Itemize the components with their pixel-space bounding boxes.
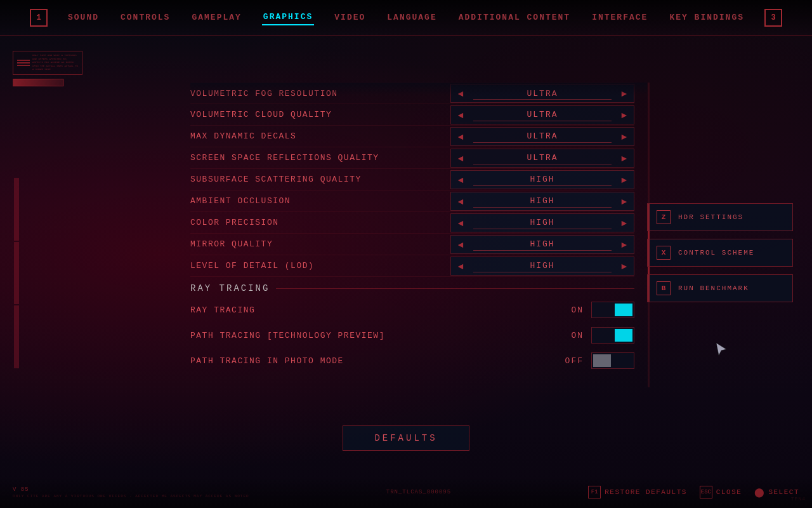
settings-panel: Volumetric Fog Resolution ◄ Ultra ► Volu… (190, 83, 634, 457)
close-key: ESC (700, 486, 712, 498)
toggle-row-ray-tracing: Ray Tracing ON (190, 297, 634, 323)
value-selector-subsurface: ◄ High ► (450, 170, 634, 189)
nav-item-gameplay[interactable]: GAMEPLAY (190, 10, 242, 25)
left-controller-button[interactable]: 1 (30, 9, 48, 27)
setting-label-subsurface: Subsurface Scattering Quality (190, 175, 362, 184)
section-divider-ray-tracing (276, 288, 634, 289)
deco-text: ONLY FATE AND WHAT A VIRTUOUS ONE OFFERS… (32, 54, 78, 72)
left-deco-bar-2 (14, 242, 19, 305)
value-selector-volumetric-cloud: ◄ Ultra ► (450, 105, 634, 124)
value-selector-ambient-occlusion: ◄ High ► (450, 192, 634, 211)
value-arrow-left-lod[interactable]: ◄ (451, 257, 470, 275)
value-underline-ssr (473, 164, 612, 164)
setting-label-mirror-quality: Mirror Quality (190, 239, 273, 249)
toggle-label-ray-tracing: Ray Tracing (190, 305, 255, 315)
left-decoration (14, 178, 19, 368)
value-underline-ambient-occlusion (473, 207, 612, 208)
close-bottom-button[interactable]: ESC Close (700, 486, 742, 498)
settings-scroll-area[interactable]: Volumetric Fog Resolution ◄ Ultra ► Volu… (190, 83, 634, 457)
value-text-mirror-quality: High (470, 239, 615, 249)
deco-box: ONLY FATE AND WHAT A VIRTUOUS ONE OFFERS… (13, 51, 82, 75)
setting-label-color-precision: Color Precision (190, 218, 279, 227)
setting-row-ambient-occlusion: Ambient Occlusion ◄ High ► (190, 190, 634, 212)
restore-defaults-label: Restore Defaults (605, 488, 687, 496)
control-scheme-button[interactable]: X CONTROL SCHEME (647, 239, 793, 267)
nav-item-video[interactable]: VIDEO (333, 10, 367, 25)
select-label: Select (768, 488, 799, 496)
toggle-switch-path-tracing-photo[interactable] (591, 352, 634, 369)
version-text: V 85 (13, 486, 249, 493)
toggle-switch-path-tracing[interactable] (591, 327, 634, 344)
defaults-button-label: DEFAULTS (374, 433, 437, 443)
value-underline-color-precision (473, 229, 612, 229)
value-arrow-right-volumetric-cloud[interactable]: ► (615, 106, 634, 124)
run-benchmark-button[interactable]: B RUN BENCHMARK (647, 274, 793, 302)
value-arrow-right-max-decals[interactable]: ► (615, 128, 634, 145)
nav-item-sound[interactable]: SOUND (67, 10, 100, 25)
restore-defaults-key: F1 (588, 486, 601, 498)
value-arrow-left-max-decals[interactable]: ◄ (451, 128, 470, 145)
value-arrow-left-color-precision[interactable]: ◄ (451, 214, 470, 232)
nav-item-graphics[interactable]: GRAPHICS (262, 10, 314, 25)
value-underline-volumetric-cloud (473, 121, 612, 121)
toggle-fill-path-tracing-photo (593, 354, 611, 367)
run-benchmark-key: B (657, 281, 671, 295)
select-bottom-button[interactable]: ⬤ Select (754, 487, 799, 498)
toggle-status-path-tracing-photo: OFF (565, 356, 584, 366)
value-arrow-left-volumetric-cloud[interactable]: ◄ (451, 106, 470, 124)
value-text-volumetric-cloud: Ultra (470, 110, 615, 119)
value-arrow-right-mirror-quality[interactable]: ► (615, 236, 634, 253)
value-selector-color-precision: ◄ High ► (450, 213, 634, 232)
value-arrow-left-ambient-occlusion[interactable]: ◄ (451, 192, 470, 210)
panel-top-fade (190, 83, 647, 95)
nav-item-additional-content[interactable]: ADDITIONAL CONTENT (457, 10, 572, 25)
nav-item-language[interactable]: LANGUAGE (386, 10, 438, 25)
deco-line-2 (17, 62, 30, 64)
top-divider (0, 35, 812, 36)
hdr-settings-key: Z (657, 210, 671, 224)
value-underline-mirror-quality (473, 250, 612, 251)
toggle-switch-ray-tracing[interactable] (591, 302, 634, 318)
right-controller-button[interactable]: 3 (764, 9, 782, 27)
defaults-button[interactable]: DEFAULTS (343, 425, 469, 451)
restore-defaults-bottom-button[interactable]: F1 Restore Defaults (588, 486, 687, 498)
bottom-left-info: V 85 ONLY CITE ARE ANY A VIRTUOUS ONE OF… (13, 486, 249, 498)
deco-line-1 (17, 60, 30, 61)
value-arrow-left-mirror-quality[interactable]: ◄ (451, 236, 470, 253)
value-arrow-right-ambient-occlusion[interactable]: ► (615, 192, 634, 210)
toggle-label-path-tracing-photo: Path Tracing in Photo Mode (190, 356, 344, 366)
value-text-ssr: Ultra (470, 153, 615, 163)
value-text-max-decals: Ultra (470, 131, 615, 141)
setting-row-subsurface: Subsurface Scattering Quality ◄ High ► (190, 169, 634, 190)
value-arrow-left-ssr[interactable]: ◄ (451, 149, 470, 167)
value-selector-max-decals: ◄ Ultra ► (450, 127, 634, 146)
hdr-settings-button[interactable]: Z HDR SETTINGS (647, 203, 793, 231)
value-arrow-right-subsurface[interactable]: ► (615, 171, 634, 189)
value-arrow-left-subsurface[interactable]: ◄ (451, 171, 470, 189)
value-arrow-right-color-precision[interactable]: ► (615, 214, 634, 232)
section-title-ray-tracing: Ray Tracing (190, 283, 270, 293)
value-selector-ssr: ◄ Ultra ► (450, 149, 634, 168)
value-underline-volumetric-fog (473, 99, 612, 100)
bottom-right-controls: F1 Restore Defaults ESC Close ⬤ Select (588, 486, 799, 498)
value-arrow-right-ssr[interactable]: ► (615, 149, 634, 167)
nav-item-interface[interactable]: INTERFACE (591, 10, 649, 25)
hdr-settings-label: HDR SETTINGS (678, 213, 743, 221)
nav-item-key-bindings[interactable]: KEY BINDINGS (668, 10, 745, 25)
close-label: Close (716, 488, 742, 496)
select-icon: ⬤ (754, 487, 764, 498)
nav-item-controls[interactable]: CONTROLS (119, 10, 171, 25)
value-underline-max-decals (473, 142, 612, 143)
setting-label-max-decals: Max Dynamic Decals (190, 131, 296, 141)
left-deco-bar-3 (14, 305, 19, 368)
deco-line-3 (17, 65, 30, 66)
toggle-right-path-tracing-photo: OFF (565, 352, 634, 369)
deco-small-bar (13, 79, 63, 86)
value-arrow-right-lod[interactable]: ► (615, 257, 634, 275)
setting-row-max-decals: Max Dynamic Decals ◄ Ultra ► (190, 126, 634, 147)
setting-row-color-precision: Color Precision ◄ High ► (190, 212, 634, 234)
top-navigation: 1 SOUND CONTROLS GAMEPLAY GRAPHICS VIDEO… (0, 0, 812, 35)
value-text-ambient-occlusion: High (470, 196, 615, 206)
section-header-ray-tracing: Ray Tracing (190, 277, 634, 297)
toggle-fill-ray-tracing (615, 304, 632, 316)
